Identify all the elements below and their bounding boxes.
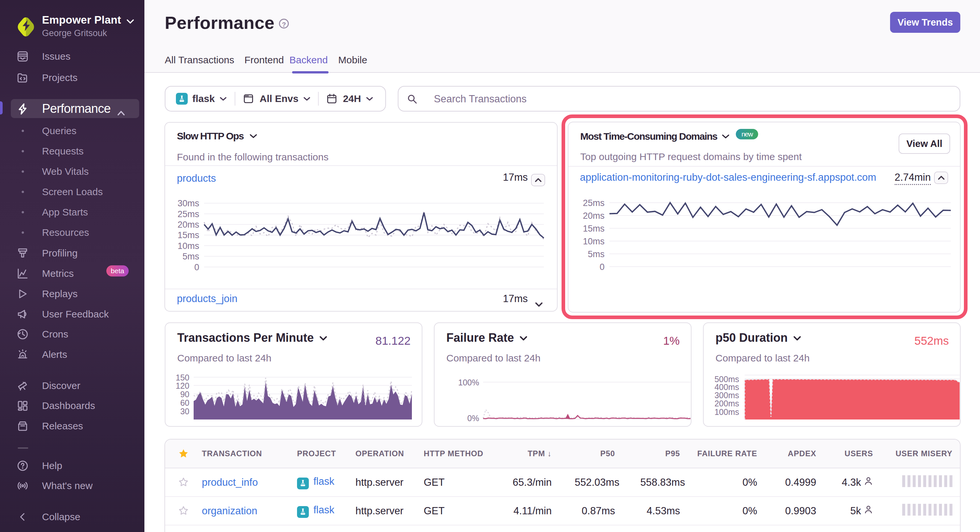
- svg-text:90: 90: [180, 390, 189, 399]
- svg-text:25ms: 25ms: [583, 198, 605, 208]
- svg-text:0: 0: [194, 262, 199, 272]
- svg-text:30: 30: [180, 407, 189, 416]
- svg-text:120: 120: [176, 381, 189, 390]
- svg-text:5ms: 5ms: [588, 249, 605, 259]
- svg-text:0%: 0%: [467, 414, 479, 423]
- svg-text:200ms: 200ms: [714, 399, 739, 408]
- svg-text:100%: 100%: [458, 378, 479, 387]
- svg-text:60: 60: [180, 398, 189, 407]
- svg-text:15ms: 15ms: [583, 224, 605, 233]
- svg-text:10ms: 10ms: [583, 237, 605, 246]
- svg-text:150: 150: [176, 373, 189, 382]
- svg-text:30ms: 30ms: [178, 199, 199, 208]
- svg-text:15ms: 15ms: [178, 230, 199, 240]
- svg-text:400ms: 400ms: [714, 383, 739, 392]
- svg-text:5ms: 5ms: [183, 252, 199, 261]
- svg-text:100ms: 100ms: [714, 407, 739, 416]
- svg-text:10ms: 10ms: [178, 241, 199, 251]
- svg-text:20ms: 20ms: [178, 220, 199, 230]
- svg-text:25ms: 25ms: [178, 209, 199, 219]
- svg-text:20ms: 20ms: [583, 211, 605, 221]
- svg-text:0: 0: [600, 262, 605, 272]
- svg-text:300ms: 300ms: [714, 391, 739, 400]
